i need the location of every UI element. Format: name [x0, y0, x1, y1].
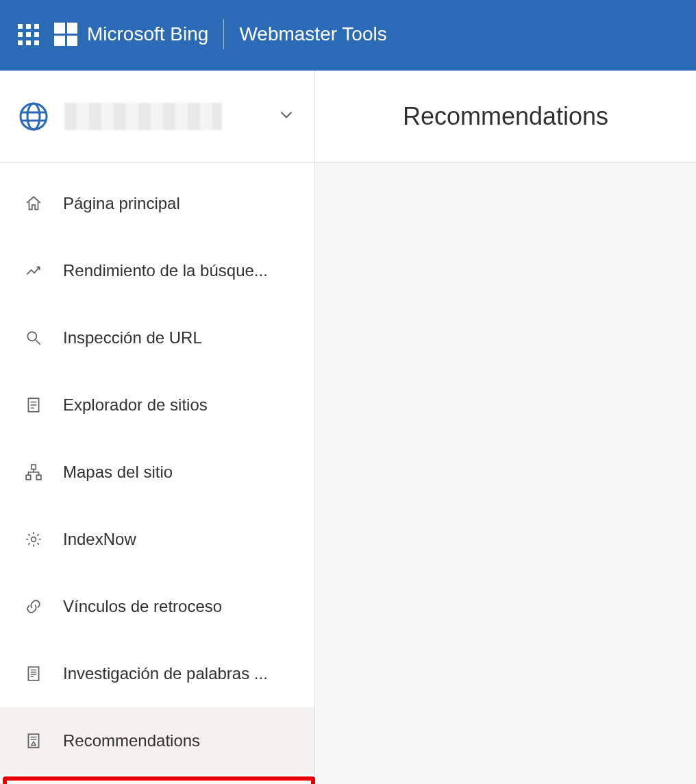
svg-point-13 — [32, 537, 36, 542]
sidebar-item-label: Recommendations — [63, 731, 200, 750]
svg-rect-10 — [32, 465, 36, 469]
sidebar-item-label: Investigación de palabras ... — [63, 664, 268, 683]
app-root: Microsoft Bing Webmaster Tools — [0, 0, 696, 784]
link-icon — [23, 598, 44, 615]
search-icon — [23, 329, 44, 347]
sidebar-item-url-inspection[interactable]: Inspección de URL — [0, 304, 314, 371]
sidebar-item-label: Inspección de URL — [63, 328, 202, 347]
main-content — [315, 163, 696, 784]
sidebar-item-label: Explorador de sitios — [63, 395, 208, 415]
sidebar-item-label: Mapas del sitio — [63, 463, 173, 482]
sidebar-item-home[interactable]: Página principal — [0, 170, 314, 237]
brand-text: Microsoft Bing — [87, 23, 208, 45]
sidebar-item-sitemaps[interactable]: Mapas del sitio — [0, 439, 314, 506]
svg-line-5 — [36, 340, 40, 345]
sidebar-item-recommendations[interactable]: Recommendations — [0, 707, 314, 774]
svg-point-4 — [27, 332, 36, 341]
selected-site-redacted — [64, 103, 222, 130]
body: Página principal Rendimiento de la búsqu… — [0, 69, 696, 784]
main-pane: Recommendations — [315, 71, 696, 784]
sidebar-item-indexnow[interactable]: IndexNow — [0, 506, 314, 573]
svg-rect-14 — [28, 667, 38, 681]
globe-icon — [19, 102, 48, 131]
sidebar-item-backlinks[interactable]: Vínculos de retroceso — [0, 573, 314, 640]
app-launcher-icon[interactable] — [18, 24, 39, 45]
recommendations-icon — [23, 732, 44, 750]
sitemap-icon — [23, 463, 44, 481]
product-title: Webmaster Tools — [239, 23, 386, 45]
document-lines-icon — [23, 665, 44, 683]
sidebar-item-label: Rendimiento de la búsque... — [63, 261, 268, 280]
svg-rect-11 — [26, 475, 31, 480]
sidebar-item-label: Vínculos de retroceso — [63, 597, 222, 616]
sidebar-item-label: Página principal — [63, 194, 180, 213]
gear-icon — [23, 530, 44, 548]
sidebar-nav: Página principal Rendimiento de la búsqu… — [0, 163, 314, 784]
header-divider — [223, 19, 224, 49]
sidebar-item-search-performance[interactable]: Rendimiento de la búsque... — [0, 237, 314, 304]
home-icon — [23, 195, 44, 212]
svg-rect-12 — [36, 475, 41, 480]
trending-up-icon — [23, 262, 44, 280]
page-title: Recommendations — [403, 102, 608, 131]
list-document-icon — [23, 396, 44, 414]
global-header: Microsoft Bing Webmaster Tools — [0, 0, 696, 69]
sidebar-item-label: IndexNow — [63, 530, 136, 549]
svg-point-1 — [27, 103, 40, 130]
brand-block[interactable]: Microsoft Bing — [54, 23, 208, 46]
sidebar: Página principal Rendimiento de la búsqu… — [0, 71, 315, 784]
bing-logo-icon — [54, 23, 77, 46]
sidebar-item-keyword-research[interactable]: Investigación de palabras ... — [0, 640, 314, 707]
svg-point-0 — [21, 103, 47, 130]
main-header: Recommendations — [315, 71, 696, 163]
chevron-down-icon — [277, 106, 295, 127]
site-selector[interactable] — [0, 71, 314, 163]
sidebar-item-site-explorer[interactable]: Explorador de sitios — [0, 371, 314, 439]
